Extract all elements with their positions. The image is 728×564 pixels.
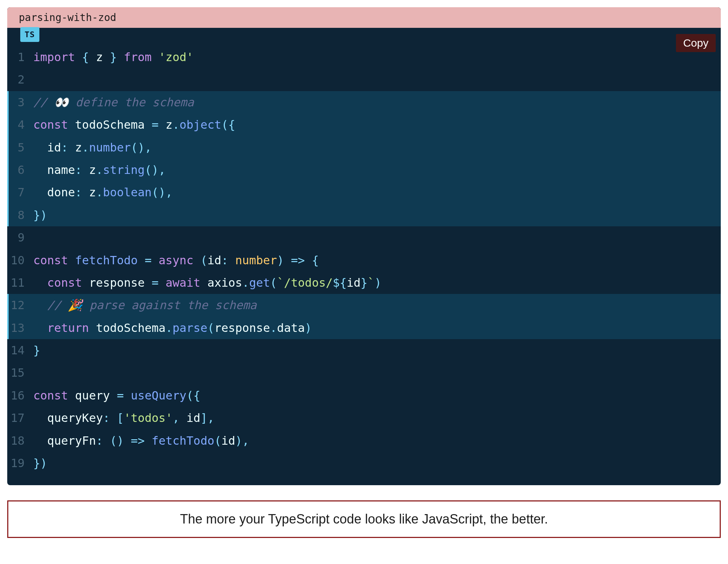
code-block: parsing-with-zod TS Copy 1import { z } f… [7, 7, 721, 485]
code-content [33, 226, 721, 249]
code-content [33, 68, 721, 91]
code-line: 10const fetchTodo = async (id: number) =… [7, 249, 721, 272]
code-line: 6 name: z.string(), [7, 159, 721, 181]
code-content: name: z.string(), [33, 159, 721, 181]
code-line: 4const todoSchema = z.object({ [7, 114, 721, 136]
line-number: 7 [9, 181, 33, 204]
code-content: id: z.number(), [33, 136, 721, 159]
code-line: 14} [7, 339, 721, 362]
code-content: }) [33, 452, 721, 474]
code-line: 7 done: z.boolean(), [7, 181, 721, 204]
code-line: 5 id: z.number(), [7, 136, 721, 159]
code-line: 17 queryKey: ['todos', id], [7, 407, 721, 429]
language-badge: TS [20, 27, 39, 42]
code-line: 12 // 🎉 parse against the schema [7, 294, 721, 316]
line-number: 14 [9, 339, 33, 362]
line-number: 19 [9, 452, 33, 474]
code-line: 18 queryFn: () => fetchTodo(id), [7, 430, 721, 452]
line-number: 16 [9, 384, 33, 407]
line-number: 4 [9, 114, 33, 136]
code-content: return todoSchema.parse(response.data) [33, 317, 721, 339]
code-content: done: z.boolean(), [33, 181, 721, 204]
line-number: 9 [9, 226, 33, 249]
code-line: 3// 👀 define the schema [7, 91, 721, 114]
line-number: 13 [9, 317, 33, 339]
line-number: 11 [9, 272, 33, 294]
line-number: 15 [9, 362, 33, 384]
code-content: }) [33, 204, 721, 226]
code-content: const query = useQuery({ [33, 384, 721, 407]
code-content: queryKey: ['todos', id], [33, 407, 721, 429]
code-line: 2 [7, 68, 721, 91]
code-line: 13 return todoSchema.parse(response.data… [7, 317, 721, 339]
code-line: 19}) [7, 452, 721, 474]
code-content: const response = await axios.get(`/todos… [33, 272, 721, 294]
line-number: 10 [9, 249, 33, 272]
code-content [33, 362, 721, 384]
code-area: 1import { z } from 'zod'2 3// 👀 define t… [7, 28, 721, 485]
code-content: // 👀 define the schema [33, 91, 721, 114]
line-number: 5 [9, 136, 33, 159]
code-line: 11 const response = await axios.get(`/to… [7, 272, 721, 294]
callout-text: The more your TypeScript code looks like… [180, 512, 548, 526]
code-content: const fetchTodo = async (id: number) => … [33, 249, 721, 272]
code-line: 16const query = useQuery({ [7, 384, 721, 407]
code-line: 8}) [7, 204, 721, 226]
line-number: 6 [9, 159, 33, 181]
code-line: 1import { z } from 'zod' [7, 46, 721, 68]
line-number: 3 [9, 91, 33, 114]
callout-box: The more your TypeScript code looks like… [7, 500, 721, 538]
code-content: queryFn: () => fetchTodo(id), [33, 430, 721, 452]
code-title: parsing-with-zod [19, 12, 116, 24]
line-number: 1 [9, 46, 33, 68]
code-line: 15 [7, 362, 721, 384]
code-content: // 🎉 parse against the schema [33, 294, 721, 316]
code-header: parsing-with-zod TS [7, 7, 721, 28]
line-number: 17 [9, 407, 33, 429]
line-number: 2 [9, 68, 33, 91]
code-content: const todoSchema = z.object({ [33, 114, 721, 136]
code-line: 9 [7, 226, 721, 249]
line-number: 12 [9, 294, 33, 316]
line-number: 8 [9, 204, 33, 226]
copy-button[interactable]: Copy [676, 34, 716, 52]
code-content: } [33, 339, 721, 362]
code-content: import { z } from 'zod' [33, 46, 721, 68]
line-number: 18 [9, 430, 33, 452]
